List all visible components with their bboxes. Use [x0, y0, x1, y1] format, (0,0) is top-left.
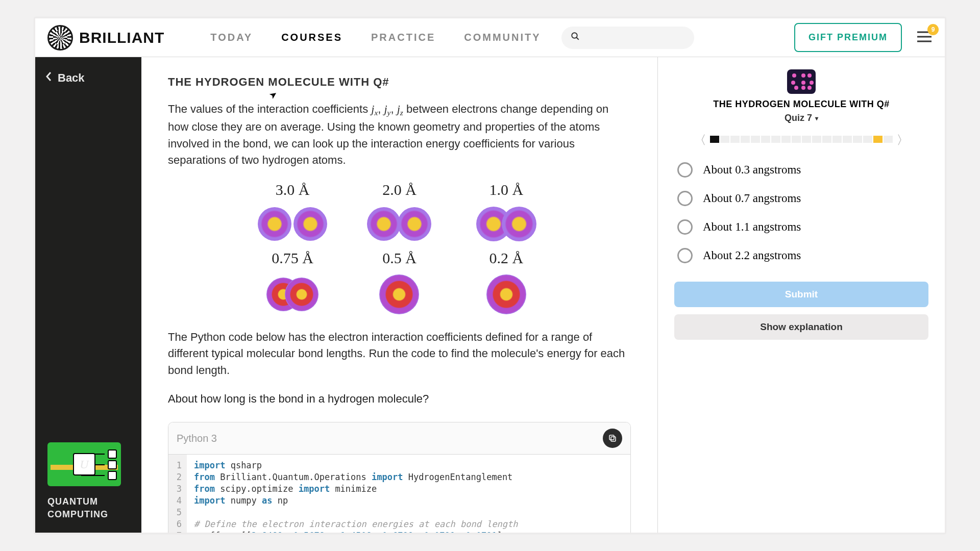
answer-choice-0[interactable]: About 0.3 angstroms — [677, 162, 928, 178]
mol-075 — [247, 274, 339, 315]
progress-seg[interactable] — [771, 136, 780, 143]
choice-label: About 2.2 angstroms — [703, 249, 801, 262]
quiz-thumb-icon — [787, 69, 816, 94]
unitary-box: U — [73, 453, 95, 475]
choice-label: About 0.3 angstroms — [703, 163, 801, 177]
course-card[interactable]: U QUANTUM COMPUTING — [35, 430, 141, 533]
mol-30 — [247, 206, 339, 242]
progress-seg[interactable] — [751, 136, 760, 143]
nav-community[interactable]: COMMUNITY — [464, 32, 541, 43]
sidebar: Back U QUANTUM COMPUTING — [35, 57, 141, 533]
code-lang-label: Python 3 — [177, 433, 217, 444]
nav-courses[interactable]: COURSES — [281, 32, 342, 43]
answer-choice-1[interactable]: About 0.7 angstroms — [677, 191, 928, 206]
progress-seg[interactable] — [832, 136, 842, 143]
submit-button[interactable]: Submit — [674, 282, 928, 307]
progress-seg[interactable] — [863, 136, 872, 143]
nav-practice[interactable]: PRACTICE — [371, 32, 435, 43]
mol-10 — [460, 206, 552, 242]
answer-choice-2[interactable]: About 1.1 angstroms — [677, 219, 928, 235]
brand[interactable]: BRILLIANT — [47, 25, 164, 51]
back-label: Back — [58, 71, 85, 85]
quiz-progress: 〈 〉 — [674, 133, 928, 146]
mol-02 — [460, 274, 552, 315]
mol-label-075: 0.75 Å — [247, 249, 339, 267]
top-nav: BRILLIANT TODAY COURSES PRACTICE COMMUNI… — [35, 18, 945, 57]
code-lines[interactable]: import qsharp from Brilliant.Quantum.Ope… — [187, 455, 525, 533]
panel-title: THE HYDROGEN MOLECULE WITH Q# — [674, 99, 928, 110]
caret-down-icon: ▾ — [812, 115, 818, 122]
menu-button[interactable]: 9 — [916, 30, 933, 45]
lesson-title: THE HYDROGEN MOLECULE WITH Q# — [168, 76, 631, 89]
svg-line-1 — [576, 37, 579, 40]
radio-icon — [677, 162, 693, 178]
gift-premium-button[interactable]: GIFT PREMIUM — [794, 23, 902, 52]
radio-icon — [677, 191, 693, 206]
progress-seg[interactable] — [761, 136, 770, 143]
progress-seg[interactable] — [710, 136, 719, 143]
progress-seg[interactable] — [720, 136, 729, 143]
answer-choices: About 0.3 angstromsAbout 0.7 angstromsAb… — [674, 162, 928, 263]
code-gutter: 1234567 — [168, 455, 187, 533]
lesson-body: THE HYDROGEN MOLECULE WITH Q# The values… — [141, 57, 658, 533]
lesson-paragraph-2: The Python code below has the electron i… — [168, 329, 631, 379]
copy-code-button[interactable] — [603, 429, 622, 448]
mol-label-05: 0.5 Å — [353, 249, 446, 267]
progress-seg[interactable] — [843, 136, 852, 143]
back-button[interactable]: Back — [35, 57, 141, 99]
progress-seg[interactable] — [822, 136, 831, 143]
mol-label-10: 1.0 Å — [460, 181, 552, 198]
mol-05 — [353, 274, 446, 315]
mol-label-30: 3.0 Å — [247, 181, 339, 198]
progress-seg[interactable] — [741, 136, 750, 143]
choice-label: About 1.1 angstroms — [703, 220, 801, 234]
mol-label-20: 2.0 Å — [353, 181, 446, 198]
quiz-panel: THE HYDROGEN MOLECULE WITH Q# Quiz 7▾ 〈 … — [658, 57, 945, 533]
quiz-selector[interactable]: Quiz 7▾ — [674, 113, 928, 123]
svg-rect-6 — [609, 435, 614, 440]
radio-icon — [677, 219, 693, 235]
brand-logo-icon — [47, 25, 73, 51]
nav-today[interactable]: TODAY — [210, 32, 253, 43]
lesson-paragraph-1: The values of the interaction coefficien… — [168, 101, 631, 169]
progress-seg[interactable] — [884, 136, 893, 143]
nav-links: TODAY COURSES PRACTICE COMMUNITY — [210, 32, 541, 43]
progress-seg[interactable] — [792, 136, 801, 143]
progress-seg[interactable] — [812, 136, 821, 143]
search-icon — [571, 32, 580, 43]
show-explanation-button[interactable]: Show explanation — [674, 314, 928, 340]
progress-seg[interactable] — [873, 136, 883, 143]
svg-point-0 — [572, 33, 577, 38]
progress-seg[interactable] — [730, 136, 740, 143]
course-title: QUANTUM COMPUTING — [47, 495, 129, 520]
choice-label: About 0.7 angstroms — [703, 192, 801, 205]
search-input[interactable] — [561, 27, 694, 49]
code-block: Python 3 1234567 import qsharp from Bril… — [168, 422, 631, 533]
progress-seg[interactable] — [853, 136, 862, 143]
quiz-next-button[interactable]: 〉 — [895, 133, 904, 146]
mol-label-02: 0.2 Å — [460, 249, 552, 267]
progress-seg[interactable] — [781, 136, 791, 143]
notification-badge: 9 — [927, 24, 939, 35]
lesson-question: About how long is the bond in a hydrogen… — [168, 391, 631, 408]
quiz-prev-button[interactable]: 〈 — [698, 133, 708, 146]
progress-seg[interactable] — [802, 136, 811, 143]
brand-name: BRILLIANT — [79, 29, 164, 46]
molecule-diagram: 3.0 Å 2.0 Å 1.0 Å — [247, 181, 553, 315]
mol-20 — [353, 206, 446, 242]
radio-icon — [677, 248, 693, 263]
answer-choice-3[interactable]: About 2.2 angstroms — [677, 248, 928, 263]
chevron-left-icon — [45, 71, 53, 85]
course-thumb-icon: U — [47, 442, 121, 486]
svg-rect-5 — [611, 437, 616, 441]
